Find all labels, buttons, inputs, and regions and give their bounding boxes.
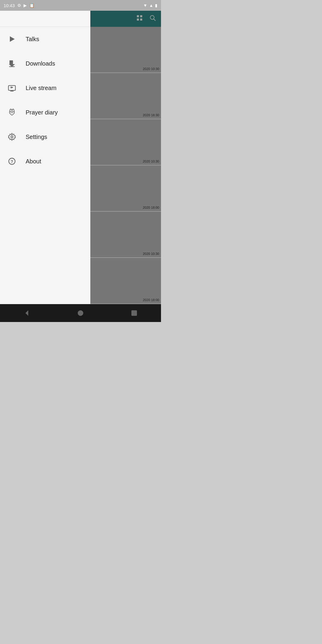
status-time: 10:43	[4, 3, 15, 8]
svg-rect-20	[131, 310, 137, 316]
svg-rect-9	[9, 66, 15, 67]
wifi-icon: ▼	[143, 3, 147, 8]
downloads-label: Downloads	[26, 60, 55, 67]
svg-marker-18	[25, 310, 28, 316]
nav-drawer: Talks Downloads	[0, 0, 90, 304]
tv-icon	[7, 83, 17, 93]
status-bar-right: ▼ ▲ ▮	[143, 3, 157, 8]
pray-icon	[7, 108, 17, 117]
download-icon	[7, 59, 17, 68]
signal-icon: ▲	[149, 3, 153, 8]
settings-status-icon: ⚙	[17, 3, 21, 8]
talks-label: Talks	[26, 36, 39, 43]
svg-marker-12	[11, 86, 13, 88]
prayerdiary-label: Prayer diary	[26, 109, 58, 116]
status-bar: 10:43 ⚙ ▶ 📋 ▼ ▲ ▮	[0, 0, 161, 11]
svg-marker-8	[9, 64, 15, 66]
about-label: About	[26, 158, 41, 165]
sidebar-item-about[interactable]: ? About	[0, 149, 90, 174]
status-bar-left: 10:43 ⚙ ▶ 📋	[4, 3, 34, 8]
svg-text:?: ?	[10, 159, 13, 164]
battery-icon: ▮	[155, 3, 157, 8]
home-button[interactable]	[73, 306, 88, 321]
recents-button[interactable]	[127, 306, 142, 321]
sidebar-item-downloads[interactable]: Downloads	[0, 51, 90, 76]
bottom-bar	[0, 304, 161, 322]
question-icon: ?	[7, 157, 17, 166]
protect-status-icon: ▶	[24, 3, 27, 8]
drawer-menu: Talks Downloads	[0, 27, 90, 304]
svg-point-15	[11, 136, 13, 138]
svg-marker-6	[10, 36, 15, 42]
clipboard-status-icon: 📋	[29, 3, 34, 8]
sidebar-item-livestream[interactable]: Live stream	[0, 76, 90, 100]
svg-point-19	[78, 310, 83, 316]
gear-icon	[7, 132, 17, 142]
sidebar-item-settings[interactable]: Settings	[0, 125, 90, 149]
back-button[interactable]	[19, 306, 34, 321]
play-icon	[7, 34, 17, 44]
livestream-label: Live stream	[26, 85, 56, 92]
sidebar-item-talks[interactable]: Talks	[0, 27, 90, 51]
settings-label: Settings	[26, 134, 47, 140]
sidebar-item-prayerdiary[interactable]: Prayer diary	[0, 100, 90, 125]
svg-rect-7	[10, 61, 13, 64]
